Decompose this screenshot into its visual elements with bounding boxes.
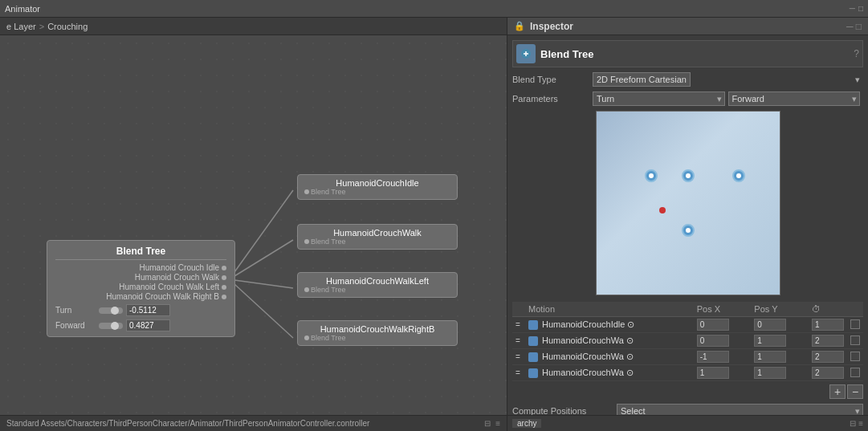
posy-input-2[interactable] (754, 335, 786, 347)
posx-input-3[interactable] (697, 351, 729, 363)
node-dot-1 (222, 266, 226, 270)
check-cell-3[interactable] (847, 349, 863, 365)
motion-node-walkright[interactable]: HumanoidCrouchWalkRightB Blend Tree (297, 320, 458, 346)
breadcrumb-layer[interactable]: e Layer (6, 22, 36, 31)
blend-tree-info-header: Blend Tree ? (512, 40, 863, 67)
speed-cell-4[interactable] (809, 365, 847, 381)
motion-icon-3 (528, 352, 538, 362)
col-posy: Pos Y (751, 302, 809, 317)
col-speed-icon: ⏱ (809, 302, 847, 317)
posy-input-4[interactable] (754, 367, 786, 379)
speed-cell-1[interactable] (809, 317, 847, 333)
node-dot-3 (222, 285, 226, 290)
row-handle-2[interactable]: = (512, 333, 525, 349)
motion-node-walk[interactable]: HumanoidCrouchWalk Blend Tree (297, 224, 458, 250)
svg-line-0 (234, 190, 293, 272)
bottom-tab-hierarchy[interactable]: archy (512, 419, 541, 428)
motion-dot-1 (304, 189, 309, 194)
checkbox-3[interactable] (850, 352, 860, 361)
blend-tree-icon (516, 44, 536, 63)
posx-input-1[interactable] (697, 319, 729, 331)
lock-icon[interactable]: 🔒 (514, 21, 525, 31)
param1-select-wrapper: Turn (593, 91, 725, 106)
row-handle-4[interactable]: = (512, 365, 525, 381)
viz-point-1 (645, 169, 658, 182)
speed-input-3[interactable] (812, 351, 844, 363)
node-dot-2 (222, 275, 226, 280)
blend-tree-main-node[interactable]: Blend Tree Humanoid Crouch Idle Humanoid… (47, 240, 235, 337)
compute-positions-select[interactable]: Select (617, 404, 863, 415)
viz-point-4 (682, 224, 695, 237)
posx-cell-1[interactable] (694, 317, 752, 333)
animator-panel: e Layer > Crouching Blend Tree Humanoid … (0, 18, 507, 431)
posy-input-1[interactable] (754, 319, 786, 331)
node-item-2: Humanoid Crouch Walk (55, 273, 226, 282)
check-cell-2[interactable] (847, 333, 863, 349)
turn-slider[interactable] (99, 307, 123, 314)
speed-cell-2[interactable] (809, 333, 847, 349)
posy-cell-4[interactable] (751, 365, 809, 381)
window-title: Animator (5, 4, 40, 14)
viz-area[interactable] (596, 111, 780, 295)
row-handle-3[interactable]: = (512, 349, 525, 365)
checkbox-4[interactable] (850, 368, 860, 377)
compute-positions-select-wrapper: Select (617, 404, 863, 415)
inspector-content: Blend Tree ? Blend Type 2D Freeform Cart… (507, 35, 868, 415)
check-cell-1[interactable] (847, 317, 863, 333)
checkbox-2[interactable] (850, 335, 860, 345)
speed-input-2[interactable] (812, 335, 844, 347)
forward-slider[interactable] (99, 323, 123, 329)
motion-node-idle[interactable]: HumanoidCrouchIdle Blend Tree (297, 174, 458, 200)
motion-node-walkleft[interactable]: HumanoidCrouchWalkLeft Blend Tree (297, 272, 458, 298)
posy-input-3[interactable] (754, 351, 786, 363)
maximize-icon[interactable]: □ (858, 4, 863, 13)
col-posx: Pos X (694, 302, 752, 317)
motion-node-walkleft-title: HumanoidCrouchWalkLeft (304, 276, 450, 286)
param2-select[interactable]: Forward (728, 91, 861, 106)
breadcrumb-current[interactable]: Crouching (47, 22, 88, 31)
check-cell-4[interactable] (847, 365, 863, 381)
breadcrumb: e Layer > Crouching (0, 18, 507, 35)
posx-input-2[interactable] (697, 335, 729, 347)
motion-icon-1 (528, 320, 538, 330)
viz-point-3 (732, 169, 745, 182)
speed-input-1[interactable] (812, 319, 844, 331)
node-item-4: Humanoid Crouch Walk Right B (55, 292, 226, 301)
posy-cell-2[interactable] (751, 333, 809, 349)
speed-input-4[interactable] (812, 367, 844, 379)
checkbox-1[interactable] (850, 319, 860, 329)
minimize-icon[interactable]: ─ (850, 4, 855, 13)
remove-motion-button[interactable]: − (847, 384, 863, 399)
posy-cell-3[interactable] (751, 349, 809, 365)
viz-point-inner-4 (686, 228, 691, 233)
param1-select[interactable]: Turn (593, 91, 725, 106)
posx-input-4[interactable] (697, 367, 729, 379)
motion-node-walk-subtitle: Blend Tree (304, 238, 450, 246)
posx-cell-4[interactable] (694, 365, 752, 381)
turn-value[interactable]: -0.5112 (126, 304, 170, 316)
help-icon[interactable]: ? (854, 48, 859, 59)
motion-node-walkright-title: HumanoidCrouchWalkRightB (304, 324, 450, 334)
turn-param-row: Turn -0.5112 (55, 304, 226, 316)
add-motion-button[interactable]: + (829, 384, 846, 399)
motion-cell-4: HumanoidCrouchWa ⊙ (525, 365, 694, 381)
turn-label: Turn (55, 306, 96, 315)
posx-cell-2[interactable] (694, 333, 752, 349)
motion-cell-1: HumanoidCrouchIdle ⊙ (525, 317, 694, 333)
forward-value[interactable]: 0.4827 (126, 319, 170, 331)
motion-name-3: HumanoidCrouchWa ⊙ (542, 352, 634, 361)
posx-cell-3[interactable] (694, 349, 752, 365)
row-handle-1[interactable]: = (512, 317, 525, 333)
animator-canvas[interactable]: Blend Tree Humanoid Crouch Idle Humanoid… (0, 35, 507, 415)
inspector-menu-icon[interactable]: ─ □ (846, 21, 862, 32)
forward-slider-thumb (111, 322, 119, 330)
blend-tree-main-title: Blend Tree (55, 246, 226, 260)
blend-type-row: Blend Type 2D Freeform Cartesian (512, 72, 863, 87)
motion-dot-2 (304, 239, 309, 244)
motion-icon-4 (528, 368, 538, 378)
posy-cell-1[interactable] (751, 317, 809, 333)
motion-node-walkright-subtitle: Blend Tree (304, 334, 450, 342)
motion-node-idle-title: HumanoidCrouchIdle (304, 178, 450, 188)
speed-cell-3[interactable] (809, 349, 847, 365)
blend-type-select[interactable]: 2D Freeform Cartesian (593, 72, 691, 87)
